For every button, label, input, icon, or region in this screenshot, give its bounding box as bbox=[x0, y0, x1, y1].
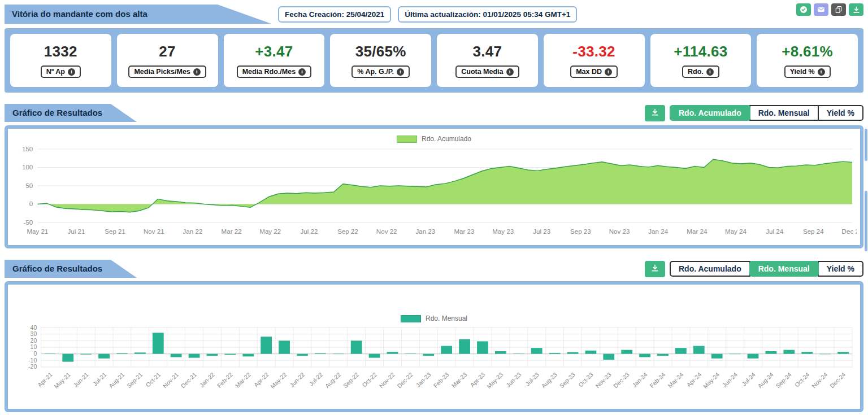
info-icon[interactable]: i bbox=[605, 68, 612, 76]
monthly-bar-chart[interactable]: 403020100-10-20Apr-21May-21Jun-21Jul-21A… bbox=[11, 324, 857, 407]
svg-text:0: 0 bbox=[33, 350, 37, 357]
scrollbar-thumb[interactable] bbox=[865, 191, 867, 251]
svg-text:Mar-22: Mar-22 bbox=[234, 371, 252, 389]
spacer bbox=[11, 289, 857, 313]
chart-tab-group: Rdo. Acumulado Rdo. Mensual Yield % bbox=[670, 105, 863, 121]
legend-swatch bbox=[397, 136, 417, 143]
info-icon[interactable]: i bbox=[818, 68, 825, 76]
accumulated-area-chart[interactable]: 150100500-50May 21Jul 21Sep 21Nov 21Jan … bbox=[11, 145, 857, 238]
svg-text:-50: -50 bbox=[24, 219, 33, 226]
svg-text:Sep-22: Sep-22 bbox=[342, 371, 361, 389]
svg-text:Jan 24: Jan 24 bbox=[648, 228, 668, 235]
svg-text:May 21: May 21 bbox=[27, 228, 48, 235]
accumulated-chart-legend[interactable]: Rdo. Acumulado bbox=[11, 133, 857, 145]
stat-value: 1332 bbox=[44, 43, 77, 60]
legend-label: Rdo. Mensual bbox=[426, 314, 467, 322]
scrollbar-thumb[interactable] bbox=[865, 129, 867, 161]
info-icon[interactable]: i bbox=[506, 68, 514, 76]
svg-text:-10: -10 bbox=[28, 357, 37, 364]
svg-text:Dec-21: Dec-21 bbox=[179, 371, 198, 389]
svg-text:Mar-24: Mar-24 bbox=[666, 371, 684, 389]
chart-controls: Rdo. Acumulado Rdo. Mensual Yield % bbox=[645, 105, 863, 121]
svg-text:50: 50 bbox=[25, 182, 33, 189]
stat-value: +114.63 bbox=[674, 43, 727, 60]
envelope-icon bbox=[817, 5, 826, 14]
stat-label: Cuota Mediai bbox=[455, 65, 519, 78]
stat-card-max-dd: -33.32 Max DDi bbox=[544, 34, 645, 87]
svg-text:Jul-24: Jul-24 bbox=[740, 371, 757, 387]
stat-card-media-picks: 27 Media Picks/Mesi bbox=[117, 34, 218, 87]
stat-card-media-rdo: +3.47 Media Rdo./Mesi bbox=[224, 34, 325, 87]
svg-text:May-22: May-22 bbox=[269, 371, 288, 390]
copy-button[interactable] bbox=[831, 3, 846, 16]
tab-rdo-acumulado[interactable]: Rdo. Acumulado bbox=[670, 261, 750, 277]
download-button[interactable] bbox=[849, 3, 863, 16]
info-icon[interactable]: i bbox=[397, 68, 404, 76]
tab-rdo-mensual[interactable]: Rdo. Mensual bbox=[749, 105, 819, 121]
verified-button[interactable] bbox=[796, 3, 811, 16]
info-icon[interactable]: i bbox=[706, 68, 714, 76]
creation-date-box: Fecha Creación: 25/04/2021 bbox=[278, 6, 391, 23]
svg-text:Oct-21: Oct-21 bbox=[144, 371, 162, 388]
svg-text:Jan-24: Jan-24 bbox=[631, 371, 648, 388]
stat-value: -33.32 bbox=[572, 43, 615, 60]
dashboard-page: Vitória do mandante com dos alta Fecha C… bbox=[0, 0, 868, 415]
svg-text:Mar 24: Mar 24 bbox=[687, 228, 708, 235]
stat-label: Nº Api bbox=[41, 65, 81, 78]
stat-label: Media Rdo./Mesi bbox=[237, 65, 311, 78]
stat-card-cuota-media: 3.47 Cuota Mediai bbox=[437, 34, 538, 87]
svg-text:100: 100 bbox=[22, 164, 33, 171]
svg-text:Jan-23: Jan-23 bbox=[414, 371, 432, 388]
svg-text:10: 10 bbox=[31, 344, 37, 351]
stat-value: +8.61% bbox=[782, 43, 833, 60]
svg-text:Mar-23: Mar-23 bbox=[450, 371, 468, 389]
svg-text:Sep 21: Sep 21 bbox=[105, 228, 125, 235]
svg-text:Jul 21: Jul 21 bbox=[68, 228, 85, 235]
svg-text:Apr-23: Apr-23 bbox=[468, 371, 486, 388]
tab-yield[interactable]: Yield % bbox=[818, 105, 863, 121]
svg-text:150: 150 bbox=[22, 146, 33, 152]
svg-text:Mar 22: Mar 22 bbox=[222, 228, 242, 235]
svg-text:Aug-21: Aug-21 bbox=[107, 371, 126, 389]
svg-text:Sep-23: Sep-23 bbox=[558, 371, 576, 389]
stat-label: % Ap. G./P.i bbox=[351, 65, 410, 78]
legend-label: Rdo. Acumulado bbox=[422, 135, 471, 143]
svg-text:May-24: May-24 bbox=[702, 371, 721, 390]
svg-text:Feb-22: Feb-22 bbox=[216, 371, 234, 389]
svg-text:Sep 22: Sep 22 bbox=[337, 228, 358, 235]
svg-text:Sep 24: Sep 24 bbox=[803, 228, 824, 235]
stat-card-n-ap: 1332 Nº Api bbox=[10, 34, 111, 87]
stats-panel: 1332 Nº Api 27 Media Picks/Mesi +3.47 Me… bbox=[5, 28, 863, 93]
svg-text:Dec-22: Dec-22 bbox=[396, 371, 414, 389]
svg-text:Jun-21: Jun-21 bbox=[72, 371, 89, 388]
svg-text:Oct-23: Oct-23 bbox=[577, 371, 594, 388]
tab-rdo-acumulado[interactable]: Rdo. Acumulado bbox=[670, 105, 750, 121]
message-button[interactable] bbox=[814, 3, 828, 16]
svg-text:Dec 24: Dec 24 bbox=[842, 228, 857, 235]
info-icon[interactable]: i bbox=[68, 68, 75, 76]
svg-text:Feb-23: Feb-23 bbox=[432, 371, 450, 389]
svg-text:20: 20 bbox=[31, 337, 37, 344]
svg-text:Jul-21: Jul-21 bbox=[92, 371, 108, 387]
svg-text:Nov-23: Nov-23 bbox=[594, 371, 613, 389]
info-icon[interactable]: i bbox=[193, 68, 201, 76]
scrollbar[interactable] bbox=[865, 129, 867, 251]
chart-download-button[interactable] bbox=[645, 105, 665, 121]
svg-text:Jul-22: Jul-22 bbox=[307, 371, 324, 387]
check-circle-icon bbox=[799, 5, 808, 14]
monthly-chart-legend[interactable]: Rdo. Mensual bbox=[11, 313, 857, 324]
stat-card-rdo: +114.63 Rdo.i bbox=[650, 34, 752, 87]
svg-text:-20: -20 bbox=[28, 364, 37, 370]
stat-card-pct-gp: 35/65% % Ap. G./P.i bbox=[330, 34, 431, 87]
svg-text:Nov 21: Nov 21 bbox=[144, 228, 164, 235]
download-icon bbox=[852, 6, 861, 14]
svg-text:Sep-24: Sep-24 bbox=[774, 371, 793, 389]
info-icon[interactable]: i bbox=[298, 68, 306, 76]
svg-text:May-23: May-23 bbox=[485, 371, 505, 390]
chart-controls: Rdo. Acumulado Rdo. Mensual Yield % bbox=[645, 261, 863, 277]
tab-yield[interactable]: Yield % bbox=[818, 261, 863, 277]
chart-download-button[interactable] bbox=[645, 261, 665, 277]
tab-rdo-mensual[interactable]: Rdo. Mensual bbox=[749, 261, 819, 277]
svg-text:Nov-22: Nov-22 bbox=[377, 371, 396, 389]
svg-text:40: 40 bbox=[31, 324, 37, 330]
